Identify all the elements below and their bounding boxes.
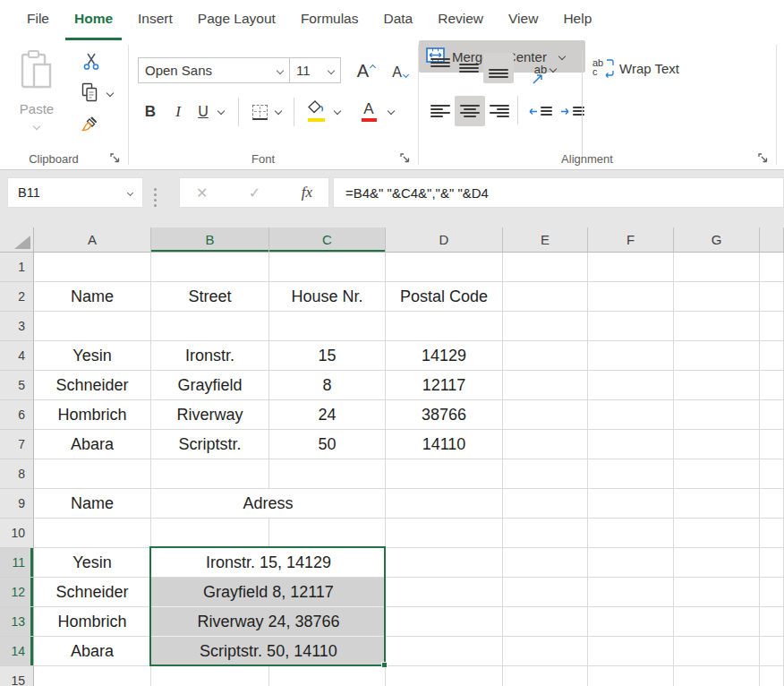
cell-A15[interactable]	[34, 666, 151, 686]
enter-button[interactable]: ✓	[249, 184, 260, 202]
cell-E10[interactable]	[503, 519, 588, 548]
cell-B6[interactable]: Riverway	[151, 400, 269, 430]
cell-G15[interactable]	[674, 666, 760, 686]
cell-A5[interactable]: Schneider	[34, 371, 151, 400]
cell-A10[interactable]	[34, 519, 151, 548]
cell-F13[interactable]	[588, 607, 674, 637]
cell-H9[interactable]	[760, 489, 784, 519]
row-header-9[interactable]: 9	[0, 489, 34, 519]
decrease-font-size-button[interactable]: A	[387, 62, 413, 83]
cell-D1[interactable]	[386, 253, 503, 282]
cell-B7[interactable]: Scriptstr.	[151, 430, 269, 459]
cell-F4[interactable]	[588, 341, 674, 371]
borders-dropdown-chevron-icon[interactable]	[275, 107, 282, 115]
cell-E1[interactable]	[503, 253, 588, 282]
center-button[interactable]	[455, 96, 485, 126]
cell-E5[interactable]	[503, 371, 588, 400]
cell-D15[interactable]	[386, 666, 503, 686]
copy-button[interactable]	[77, 81, 102, 107]
cell-H14[interactable]	[760, 637, 784, 666]
row-header-15[interactable]: 15	[0, 666, 34, 686]
row-header-4[interactable]: 4	[0, 341, 34, 371]
cell-G11[interactable]	[674, 548, 760, 578]
cell-E13[interactable]	[503, 607, 588, 637]
fill-color-button[interactable]	[303, 98, 329, 124]
cell-H15[interactable]	[760, 666, 784, 686]
cell-G5[interactable]	[674, 371, 760, 400]
font-name-combobox[interactable]: Open Sans	[138, 57, 290, 83]
merged-cell-B12[interactable]: Grayfield 8, 12117	[151, 578, 386, 607]
cell-F6[interactable]	[588, 400, 674, 430]
cell-A11[interactable]: Yesin	[34, 548, 151, 578]
cell-G8[interactable]	[674, 459, 760, 489]
cell-A13[interactable]: Hombrich	[34, 607, 151, 637]
cell-B10[interactable]	[151, 519, 269, 548]
borders-button[interactable]	[247, 99, 272, 124]
underline-dropdown-chevron-icon[interactable]	[217, 107, 225, 115]
cell-C10[interactable]	[269, 519, 386, 548]
alignment-dialog-launcher-icon[interactable]	[757, 151, 770, 164]
cell-G10[interactable]	[674, 519, 760, 548]
middle-align-button[interactable]	[455, 53, 483, 83]
column-header-E[interactable]: E	[503, 227, 588, 253]
cell-G14[interactable]	[674, 637, 760, 666]
row-header-10[interactable]: 10	[0, 519, 34, 548]
copy-dropdown-chevron-icon[interactable]	[107, 90, 114, 97]
cell-G3[interactable]	[674, 312, 760, 341]
cell-G12[interactable]	[674, 578, 760, 607]
cell-E4[interactable]	[503, 341, 588, 371]
cell-F11[interactable]	[588, 548, 674, 578]
row-header-2[interactable]: 2	[0, 282, 34, 312]
align-left-button[interactable]	[426, 96, 455, 126]
cell-H4[interactable]	[760, 341, 784, 371]
cell-A1[interactable]	[34, 253, 151, 282]
cell-H1[interactable]	[760, 253, 784, 282]
cell-E14[interactable]	[503, 637, 588, 666]
cell-F14[interactable]	[588, 637, 674, 666]
cell-H12[interactable]	[760, 578, 784, 607]
cell-C15[interactable]	[269, 666, 386, 686]
cell-F10[interactable]	[588, 519, 674, 548]
cell-C8[interactable]	[269, 459, 386, 489]
row-header-13[interactable]: 13	[0, 607, 34, 637]
row-header-7[interactable]: 7	[0, 430, 34, 459]
cell-F3[interactable]	[588, 312, 674, 341]
cell-E9[interactable]	[503, 489, 588, 519]
top-align-button[interactable]	[426, 53, 455, 83]
column-header-G[interactable]: G	[674, 227, 760, 253]
font-size-combobox[interactable]: 11	[289, 57, 341, 83]
font-color-chevron-icon[interactable]	[388, 107, 395, 115]
column-header-F[interactable]: F	[588, 227, 674, 253]
cell-F2[interactable]	[588, 282, 674, 312]
cell-A12[interactable]: Schneider	[34, 578, 151, 607]
cell-G9[interactable]	[674, 489, 760, 519]
merged-cell-B14[interactable]: Scriptstr. 50, 14110	[151, 637, 386, 666]
tab-formulas[interactable]: Formulas	[292, 0, 368, 40]
cell-C3[interactable]	[269, 312, 386, 341]
tab-help[interactable]: Help	[554, 0, 601, 40]
format-painter-button[interactable]	[77, 114, 102, 139]
bottom-align-button[interactable]	[483, 53, 514, 83]
tab-view[interactable]: View	[499, 0, 547, 40]
cell-H8[interactable]	[760, 459, 784, 489]
cell-D11[interactable]	[386, 548, 503, 578]
cell-H6[interactable]	[760, 400, 784, 430]
column-header-B[interactable]: B	[151, 227, 269, 253]
row-header-8[interactable]: 8	[0, 459, 34, 489]
cell-E3[interactable]	[503, 312, 588, 341]
cell-C4[interactable]: 15	[269, 341, 386, 371]
cell-B3[interactable]	[151, 312, 269, 341]
cell-C1[interactable]	[269, 253, 386, 282]
cell-G7[interactable]	[674, 430, 760, 459]
row-header-11[interactable]: 11	[0, 548, 34, 578]
cell-E15[interactable]	[503, 666, 588, 686]
cell-D9[interactable]	[386, 489, 503, 519]
cell-D6[interactable]: 38766	[386, 400, 503, 430]
font-color-button[interactable]: A	[356, 98, 381, 124]
cell-A7[interactable]: Abara	[34, 430, 151, 459]
cell-H13[interactable]	[760, 607, 784, 637]
cell-F12[interactable]	[588, 578, 674, 607]
clipboard-dialog-launcher-icon[interactable]	[109, 151, 122, 164]
cell-D13[interactable]	[386, 607, 503, 637]
cell-G1[interactable]	[674, 253, 760, 282]
